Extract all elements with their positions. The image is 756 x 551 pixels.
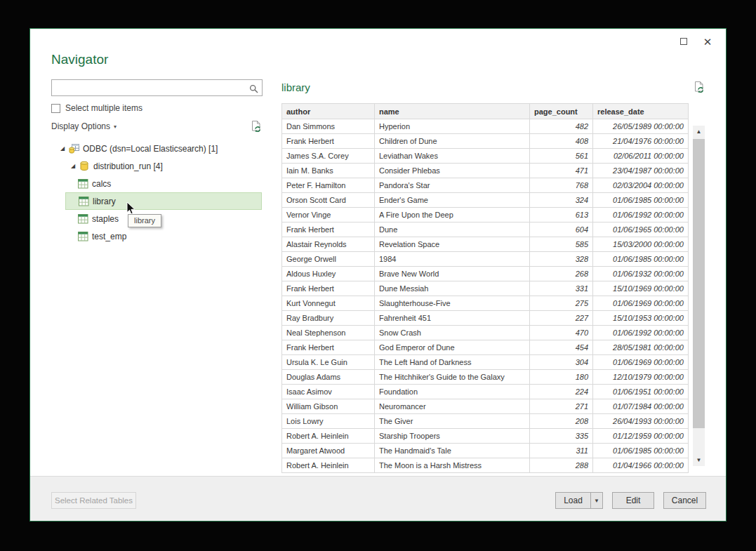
tree-item-label: ODBC (dsn=Local Elasticsearch) [1] (83, 144, 218, 154)
tree-item-staples[interactable]: staples (65, 210, 262, 227)
tree-expanded-icon[interactable]: ◢ (60, 145, 69, 152)
scroll-down-icon[interactable]: ▼ (693, 454, 705, 466)
search-icon[interactable] (249, 84, 258, 96)
tree-item-label: library (93, 197, 116, 206)
cell-name: The Moon is a Harsh Mistress (375, 458, 530, 473)
select-multiple-row: Select multiple items (51, 103, 142, 113)
cell-page_count: 561 (530, 149, 593, 164)
cell-author: Aldous Huxley (282, 267, 375, 281)
cell-name: Consider Phlebas (375, 164, 530, 178)
cell-release_date: 26/04/1993 00:00:00 (593, 414, 689, 429)
table-row: Robert A. HeinleinStarship Troopers33501… (282, 429, 689, 444)
tree-item-test-emp[interactable]: test_emp (65, 227, 262, 245)
cell-page_count: 604 (530, 223, 593, 237)
table-row: Kurt VonnegutSlaughterhouse-Five27501/06… (282, 296, 689, 311)
cell-author: George Orwell (282, 252, 375, 267)
page-title: Navigator (51, 52, 108, 67)
select-related-tables-button[interactable]: Select Related Tables (51, 492, 136, 509)
cell-author: Alastair Reynolds (282, 237, 375, 252)
cell-author: William Gibson (282, 399, 375, 414)
cell-release_date: 28/05/1981 00:00:00 (593, 340, 689, 355)
table-icon (78, 231, 89, 241)
cell-release_date: 12/10/1979 00:00:00 (593, 370, 689, 385)
cell-page_count: 471 (530, 164, 593, 178)
display-options-dropdown[interactable]: Display Options ▾ (51, 121, 117, 131)
edit-button[interactable]: Edit (612, 492, 654, 509)
cell-release_date: 15/03/2000 00:00:00 (593, 237, 689, 252)
table-row: Vernor VingeA Fire Upon the Deep61301/06… (282, 208, 689, 223)
cell-name: A Fire Upon the Deep (375, 208, 530, 223)
close-button[interactable]: ✕ (702, 36, 713, 47)
refresh-preview-icon[interactable] (693, 81, 705, 96)
search-input[interactable] (55, 81, 246, 95)
cell-release_date: 01/06/1992 00:00:00 (593, 326, 689, 340)
cell-author: Frank Herbert (282, 134, 375, 149)
scroll-up-icon[interactable]: ▲ (693, 126, 705, 138)
cell-name: Dune (375, 223, 530, 237)
table-row: Frank HerbertChildren of Dune40821/04/19… (282, 134, 689, 149)
table-row: Alastair ReynoldsRevelation Space58515/0… (282, 237, 689, 252)
tree-item-label: calcs (92, 179, 111, 189)
cell-page_count: 208 (530, 414, 593, 429)
tree-item-label: staples (92, 214, 119, 224)
cell-release_date: 21/04/1976 00:00:00 (593, 134, 689, 149)
scrollbar-thumb[interactable] (693, 139, 705, 428)
tree-expanded-icon[interactable]: ◢ (71, 163, 79, 169)
load-button[interactable]: Load (555, 492, 590, 509)
window-controls: ✕ (678, 36, 713, 47)
cell-release_date: 02/03/2004 00:00:00 (593, 178, 689, 193)
table-row: Robert A. HeinleinThe Moon is a Harsh Mi… (282, 458, 689, 473)
cell-author: Douglas Adams (282, 370, 375, 385)
cell-author: Frank Herbert (282, 281, 375, 296)
load-dropdown-button[interactable]: ▼ (590, 492, 603, 509)
cell-name: Brave New World (375, 267, 530, 281)
maximize-button[interactable] (678, 36, 689, 47)
table-row: William GibsonNeuromancer27101/07/1984 0… (282, 399, 689, 414)
table-icon (78, 178, 89, 189)
cell-release_date: 01/12/1959 00:00:00 (593, 429, 689, 444)
cancel-button[interactable]: Cancel (663, 492, 706, 509)
tree-item-calcs[interactable]: calcs (65, 175, 262, 192)
cell-release_date: 01/06/1965 00:00:00 (593, 223, 689, 237)
column-header-release_date: release_date (593, 104, 689, 119)
table-row: Frank HerbertDune Messiah33115/10/1969 0… (282, 281, 689, 296)
tree-item-distribution-run-4[interactable]: ◢distribution_run [4] (71, 157, 272, 175)
cell-author: Orson Scott Card (282, 193, 375, 208)
column-header-page_count: page_count (530, 104, 593, 119)
desktop-background: ✕ Navigator Select multiple items Displa… (0, 0, 756, 551)
cell-release_date: 01/06/1969 00:00:00 (593, 296, 689, 311)
cell-author: Neal Stephenson (282, 326, 375, 340)
table-scrollbar[interactable]: ▲ ▼ (693, 126, 705, 466)
cell-name: God Emperor of Dune (375, 340, 530, 355)
cell-page_count: 275 (530, 296, 593, 311)
cell-page_count: 585 (530, 237, 593, 252)
cell-author: Lois Lowry (282, 414, 375, 429)
cell-page_count: 335 (530, 429, 593, 444)
refresh-icon[interactable] (250, 120, 263, 135)
navigator-dialog: ✕ Navigator Select multiple items Displa… (29, 28, 727, 522)
table-row: James S.A. CoreyLeviathan Wakes56102/06/… (282, 149, 689, 164)
cell-author: Vernor Vinge (282, 208, 375, 223)
cell-name: The Hitchhiker's Guide to the Galaxy (375, 370, 530, 385)
cell-release_date: 01/06/1985 00:00:00 (593, 252, 689, 267)
select-multiple-checkbox[interactable] (51, 104, 60, 113)
cell-page_count: 328 (530, 252, 593, 267)
cell-page_count: 304 (530, 355, 593, 370)
cell-name: The Giver (375, 414, 530, 429)
close-icon: ✕ (703, 36, 712, 47)
tree-item-library[interactable]: library (65, 192, 262, 210)
cell-name: Children of Dune (375, 134, 530, 149)
tree-item-odbc-dsn-local-elasticsearch-1[interactable]: ◢ODBC (dsn=Local Elasticsearch) [1] (60, 140, 272, 157)
cell-name: Fahrenheit 451 (375, 311, 530, 326)
cell-name: Leviathan Wakes (375, 149, 530, 164)
table-row: Orson Scott CardEnder's Game32401/06/198… (282, 193, 689, 208)
cell-release_date: 01/06/1951 00:00:00 (593, 385, 689, 399)
cursor-icon (126, 201, 136, 218)
scrollbar-track[interactable] (693, 138, 705, 454)
table-row: Isaac AsimovFoundation22401/06/1951 00:0… (282, 385, 689, 399)
cell-page_count: 324 (530, 193, 593, 208)
cell-author: James S.A. Corey (282, 149, 375, 164)
cell-name: Snow Crash (375, 326, 530, 340)
cell-release_date: 15/10/1953 00:00:00 (593, 311, 689, 326)
tree-item-label: test_emp (92, 232, 126, 241)
